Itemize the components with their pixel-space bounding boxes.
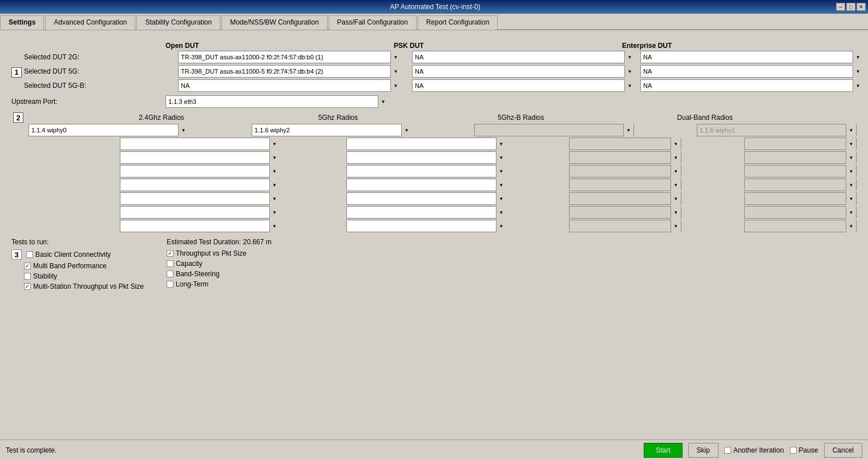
dut-5g-psk-dropdown[interactable]: NA xyxy=(412,65,635,78)
dut-2g-psk-dropdown[interactable]: NA xyxy=(412,51,635,63)
radio-5ghz-1-dropdown[interactable]: 1.1.6 wiphy2 xyxy=(252,124,411,136)
dut-2g-enterprise-dropdown[interactable]: NA xyxy=(640,51,863,63)
radio-dual-3-cell: ▼ xyxy=(744,151,857,164)
radio-5ghzb-3-cell[interactable]: ▼ xyxy=(569,151,681,164)
radio-dual-7-arrow: ▼ xyxy=(846,206,856,219)
dut-5gb-open-dropdown[interactable]: NA xyxy=(178,79,401,92)
restore-button[interactable]: □ xyxy=(846,3,855,11)
radio-5ghz-7-dropdown[interactable] xyxy=(346,206,506,219)
title-bar: AP Automated Test (cv-inst-0) ─ □ ✕ xyxy=(0,0,868,14)
radio-24ghz-1-dropdown[interactable]: 1.1.4 wiphy0 xyxy=(29,124,188,136)
dut-5g-open-select[interactable]: TR-398_DUT asus-ax11000-5 f0:2f:74:57:db… xyxy=(178,65,401,78)
radio-5ghzb-7-cell[interactable]: ▼ xyxy=(569,206,681,219)
radio-24ghz-4-dropdown[interactable] xyxy=(120,165,280,177)
ghz5-header: 5Ghz Radios xyxy=(318,114,498,122)
radio-5ghz-4-dropdown[interactable] xyxy=(346,165,506,177)
radio-24ghz-3-dropdown[interactable] xyxy=(120,151,280,164)
band-steering-label: Band-Steering xyxy=(176,270,220,278)
dut-5gb-open-select[interactable]: NA ▼ xyxy=(178,79,401,92)
radio-dual-1: 1.1.6 wiphy2 ▼ xyxy=(697,124,857,136)
radio-5ghzb-2-cell[interactable]: ▼ xyxy=(569,138,681,150)
enterprise-dut-header: Enterprise DUT xyxy=(622,42,850,50)
dut-5g-row: Selected DUT 5G: TR-398_DUT asus-ax11000… xyxy=(24,65,863,78)
dut-5gb-psk-select[interactable]: NA ▼ xyxy=(412,79,635,92)
radio-5ghzb-5-arrow: ▼ xyxy=(671,179,681,191)
band-steering-item: Band-Steering xyxy=(167,270,272,278)
radio-5ghzb-6-cell[interactable]: ▼ xyxy=(569,192,681,205)
tab-advanced-config[interactable]: Advanced Configuration xyxy=(45,15,135,30)
radio-5ghz-6-dropdown[interactable] xyxy=(346,192,506,205)
radio-5ghzb-8-arrow: ▼ xyxy=(671,220,681,232)
pause-checkbox[interactable] xyxy=(790,447,797,454)
multi-station-checkbox[interactable] xyxy=(24,283,31,290)
radio-24ghz-8-dropdown[interactable] xyxy=(120,220,280,232)
long-term-checkbox[interactable] xyxy=(167,281,173,288)
radio-dual-1-value: 1.1.6 wiphy2 xyxy=(700,127,735,134)
tab-report-config[interactable]: Report Configuration xyxy=(418,15,498,30)
radio-24ghz-7-dropdown[interactable] xyxy=(120,206,280,219)
another-iteration-checkbox[interactable] xyxy=(724,447,731,454)
empty-radio-rows: ▼ ▼ ▼ ▼ ▼ ▼ ▼ xyxy=(11,138,857,232)
tab-pass-fail[interactable]: Pass/Fail Configuration xyxy=(329,15,417,30)
dut-5g-enterprise-dropdown[interactable]: NA xyxy=(640,65,863,78)
radio-dual-1-arrow: ▼ xyxy=(846,124,856,136)
radio-5ghzb-8-cell[interactable]: ▼ xyxy=(569,220,681,232)
window-title: AP Automated Test (cv-inst-0) xyxy=(34,3,836,11)
main-content: Open DUT PSK DUT Enterprise DUT 1 Select… xyxy=(0,30,868,438)
tab-stability-config[interactable]: Stability Configuration xyxy=(136,15,220,30)
stability-item: Stability xyxy=(24,272,144,280)
radio-24ghz-6-dropdown[interactable] xyxy=(120,192,280,205)
basic-connectivity-checkbox[interactable] xyxy=(26,251,33,258)
radio-5ghz-8-dropdown[interactable] xyxy=(346,220,506,232)
start-button[interactable]: Start xyxy=(644,443,682,458)
dut-2g-open-dropdown[interactable]: TR-398_DUT asus-ax11000-2 f0:2f:74:57:db… xyxy=(178,51,401,63)
capacity-checkbox[interactable] xyxy=(167,260,173,267)
radio-24ghz-1[interactable]: 1.1.4 wiphy0 ▼ xyxy=(29,124,188,136)
radio-5ghz-2-dropdown[interactable] xyxy=(346,138,506,150)
tabs-bar: Settings Advanced Configuration Stabilit… xyxy=(0,14,868,30)
dut-5g-open-dropdown[interactable]: TR-398_DUT asus-ax11000-5 f0:2f:74:57:db… xyxy=(178,65,401,78)
dut-2g-psk-select[interactable]: NA ▼ xyxy=(412,51,635,63)
dut-2g-open-select[interactable]: TR-398_DUT asus-ax11000-2 f0:2f:74:57:db… xyxy=(178,51,401,63)
throughput-checkbox[interactable] xyxy=(167,250,173,257)
radio-24ghz-2-dropdown[interactable] xyxy=(120,138,280,150)
radio-dual-6-arrow: ▼ xyxy=(846,192,856,205)
window-controls[interactable]: ─ □ ✕ xyxy=(836,3,868,11)
upstream-port-select[interactable]: 1.1.3 eth3 ▼ xyxy=(165,95,388,108)
radio-5ghz-3-dropdown[interactable] xyxy=(346,151,506,164)
radio-24ghz-5-dropdown[interactable] xyxy=(120,179,280,191)
stability-checkbox[interactable] xyxy=(24,273,31,280)
multi-station-item: Multi-Station Throughput vs Pkt Size xyxy=(24,283,144,290)
estimated-duration: Estimated Test Duration: 20.667 m xyxy=(167,238,272,246)
another-iteration-wrapper: Another Iteration xyxy=(724,446,784,454)
band-steering-checkbox[interactable] xyxy=(167,271,173,277)
skip-button[interactable]: Skip xyxy=(688,443,718,458)
radio-5ghz-1[interactable]: 1.1.6 wiphy2 ▼ xyxy=(252,124,411,136)
dut-2g-label: Selected DUT 2G: xyxy=(24,53,178,61)
minimize-button[interactable]: ─ xyxy=(836,3,845,11)
radio-5ghzb-5-cell[interactable]: ▼ xyxy=(569,179,681,191)
dut-5gb-enterprise-select[interactable]: NA ▼ xyxy=(640,79,863,92)
radio-dual-3-arrow: ▼ xyxy=(846,151,856,164)
tab-settings[interactable]: Settings xyxy=(0,15,44,30)
bottom-bar: Test is complete. Start Skip Another Ite… xyxy=(0,439,868,460)
radio-row-empty-3: ▼ ▼ ▼ ▼ xyxy=(11,151,857,164)
cancel-button[interactable]: Cancel xyxy=(824,443,862,458)
dut-5g-psk-select[interactable]: NA ▼ xyxy=(412,65,635,78)
dut-5gb-enterprise-dropdown[interactable]: NA xyxy=(640,79,863,92)
upstream-port-dropdown[interactable]: 1.1.3 eth3 xyxy=(165,95,388,108)
radio-5ghz-5-dropdown[interactable] xyxy=(346,179,506,191)
radio-5ghzb-6-arrow: ▼ xyxy=(671,192,681,205)
radio-5ghz-b-1-arrow: ▼ xyxy=(623,124,633,136)
radio-5ghz-b-1[interactable]: ▼ xyxy=(474,124,634,136)
multi-band-checkbox[interactable] xyxy=(24,263,31,269)
dut-5g-enterprise-select[interactable]: NA ▼ xyxy=(640,65,863,78)
dut-5gb-psk-dropdown[interactable]: NA xyxy=(412,79,635,92)
stability-label: Stability xyxy=(33,272,57,280)
basic-connectivity-label: Basic Client Connectivity xyxy=(35,251,111,259)
dut-2g-enterprise-select[interactable]: NA ▼ xyxy=(640,51,863,63)
section1-marker: 1 xyxy=(11,67,22,78)
radio-5ghzb-4-cell[interactable]: ▼ xyxy=(569,165,681,177)
close-button[interactable]: ✕ xyxy=(857,3,866,11)
tab-mode-nss-bw[interactable]: Mode/NSS/BW Configuration xyxy=(221,15,327,30)
